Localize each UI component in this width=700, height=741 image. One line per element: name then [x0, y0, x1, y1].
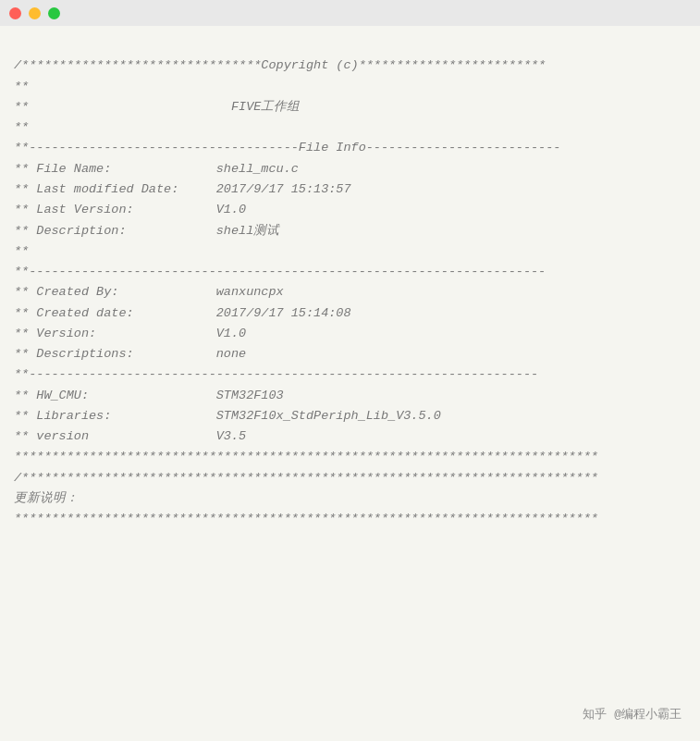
code-line: ** Version: V1.0: [14, 324, 686, 344]
code-line: **: [14, 117, 686, 138]
maximize-button[interactable]: [48, 7, 60, 19]
code-content: /********************************Copyrig…: [0, 26, 700, 539]
minimize-button[interactable]: [29, 7, 41, 19]
title-bar: [0, 0, 700, 26]
code-line: /********************************Copyrig…: [14, 56, 686, 76]
code-line: ** Created By: wanxuncpx: [14, 282, 686, 303]
code-line: **--------------------------------------…: [14, 364, 686, 385]
code-line: **: [14, 241, 686, 262]
code-line: ** Descriptions: none: [14, 344, 686, 364]
code-line: 更新说明：: [14, 488, 686, 509]
code-line: ** File Name: shell_mcu.c: [14, 159, 686, 179]
code-line: ****************************************…: [14, 447, 686, 467]
code-line: ** Description: shell测试: [14, 221, 686, 241]
code-line: ** Last Version: V1.0: [14, 200, 686, 220]
code-line: ****************************************…: [14, 509, 686, 529]
code-line: /***************************************…: [14, 468, 686, 488]
code-line: ** FIVE工作组: [14, 97, 686, 117]
watermark-label: 知乎 @编程小霸王: [583, 706, 682, 722]
code-line: ** version V3.5: [14, 426, 686, 447]
code-line: **--------------------------------------…: [14, 262, 686, 282]
code-line: ** Last modified Date: 2017/9/17 15:13:5…: [14, 179, 686, 200]
code-line: ** HW_CMU: STM32F103: [14, 386, 686, 406]
close-button[interactable]: [9, 7, 21, 19]
code-line: ** Created date: 2017/9/17 15:14:08: [14, 303, 686, 324]
code-line: **: [14, 77, 686, 97]
code-line: **------------------------------------Fi…: [14, 138, 686, 158]
code-line: ** Libraries: STM32F10x_StdPeriph_Lib_V3…: [14, 406, 686, 426]
